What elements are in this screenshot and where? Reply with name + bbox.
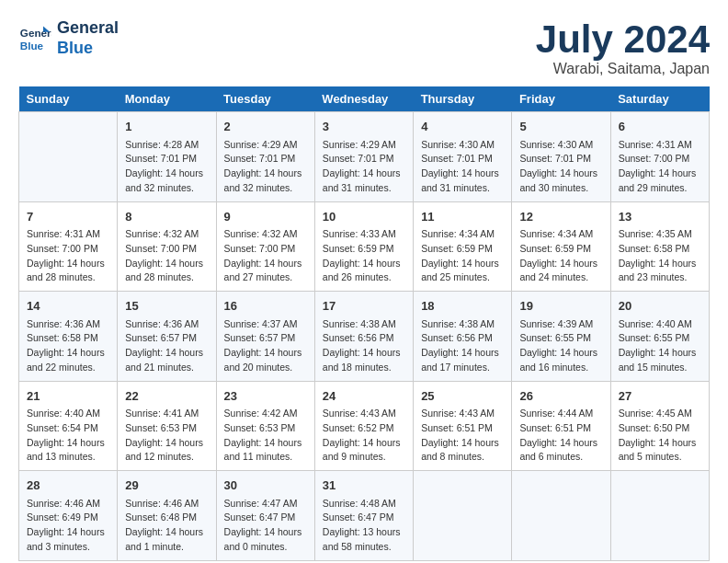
calendar-cell: 14Sunrise: 4:36 AM Sunset: 6:58 PM Dayli… [19, 292, 118, 382]
day-info: Sunrise: 4:28 AM Sunset: 7:01 PM Dayligh… [125, 138, 208, 196]
calendar-day-header: Friday [512, 86, 610, 112]
day-info: Sunrise: 4:38 AM Sunset: 6:56 PM Dayligh… [323, 317, 405, 375]
calendar-cell: 25Sunrise: 4:43 AM Sunset: 6:51 PM Dayli… [414, 381, 512, 471]
day-info: Sunrise: 4:43 AM Sunset: 6:51 PM Dayligh… [421, 407, 504, 465]
calendar-header-row: SundayMondayTuesdayWednesdayThursdayFrid… [19, 86, 710, 112]
calendar-cell: 29Sunrise: 4:46 AM Sunset: 6:48 PM Dayli… [118, 471, 216, 561]
calendar-cell: 7Sunrise: 4:31 AM Sunset: 7:00 PM Daylig… [19, 201, 118, 292]
calendar-cell: 28Sunrise: 4:46 AM Sunset: 6:49 PM Dayli… [19, 471, 118, 561]
day-number: 12 [519, 208, 602, 226]
calendar-cell: 21Sunrise: 4:40 AM Sunset: 6:54 PM Dayli… [19, 381, 118, 471]
calendar-week-row: 14Sunrise: 4:36 AM Sunset: 6:58 PM Dayli… [19, 292, 710, 382]
calendar-day-header: Wednesday [314, 86, 413, 112]
day-number: 11 [421, 208, 504, 226]
calendar-cell: 30Sunrise: 4:47 AM Sunset: 6:47 PM Dayli… [216, 471, 314, 561]
day-number: 26 [519, 387, 602, 406]
day-info: Sunrise: 4:34 AM Sunset: 6:59 PM Dayligh… [421, 227, 504, 285]
calendar-cell: 16Sunrise: 4:37 AM Sunset: 6:57 PM Dayli… [216, 292, 314, 382]
day-info: Sunrise: 4:32 AM Sunset: 7:00 PM Dayligh… [224, 227, 307, 285]
calendar-day-header: Tuesday [216, 86, 314, 112]
day-number: 29 [125, 477, 208, 495]
calendar-cell: 27Sunrise: 4:45 AM Sunset: 6:50 PM Dayli… [610, 381, 709, 471]
day-info: Sunrise: 4:44 AM Sunset: 6:51 PM Dayligh… [519, 407, 602, 465]
day-info: Sunrise: 4:30 AM Sunset: 7:01 PM Dayligh… [421, 138, 504, 196]
day-number: 5 [519, 118, 602, 136]
svg-text:General: General [20, 27, 51, 39]
day-number: 14 [27, 297, 109, 316]
day-info: Sunrise: 4:31 AM Sunset: 7:00 PM Dayligh… [27, 227, 109, 285]
day-number: 16 [224, 297, 307, 316]
day-number: 7 [27, 208, 109, 226]
page-header: General Blue General Blue July 2024 Wara… [18, 18, 710, 77]
day-info: Sunrise: 4:42 AM Sunset: 6:53 PM Dayligh… [224, 407, 307, 465]
day-number: 13 [619, 208, 701, 226]
main-title: July 2024 [536, 18, 710, 61]
day-number: 20 [619, 297, 701, 316]
title-block: July 2024 Warabi, Saitama, Japan [536, 18, 710, 77]
day-number: 19 [519, 297, 602, 316]
day-number: 3 [323, 118, 405, 136]
subtitle: Warabi, Saitama, Japan [536, 61, 710, 77]
calendar-cell: 1Sunrise: 4:28 AM Sunset: 7:01 PM Daylig… [118, 112, 216, 202]
day-info: Sunrise: 4:43 AM Sunset: 6:52 PM Dayligh… [323, 407, 405, 465]
calendar-cell: 31Sunrise: 4:48 AM Sunset: 6:47 PM Dayli… [314, 471, 413, 561]
calendar-cell: 22Sunrise: 4:41 AM Sunset: 6:53 PM Dayli… [118, 381, 216, 471]
day-info: Sunrise: 4:37 AM Sunset: 6:57 PM Dayligh… [224, 317, 307, 375]
day-info: Sunrise: 4:35 AM Sunset: 6:58 PM Dayligh… [619, 227, 701, 285]
day-number: 15 [125, 297, 208, 316]
day-info: Sunrise: 4:45 AM Sunset: 6:50 PM Dayligh… [619, 407, 701, 465]
day-info: Sunrise: 4:46 AM Sunset: 6:49 PM Dayligh… [27, 497, 109, 555]
calendar-table: SundayMondayTuesdayWednesdayThursdayFrid… [18, 86, 710, 561]
day-info: Sunrise: 4:36 AM Sunset: 6:57 PM Dayligh… [125, 317, 208, 375]
day-number: 18 [421, 297, 504, 316]
calendar-cell: 12Sunrise: 4:34 AM Sunset: 6:59 PM Dayli… [512, 201, 610, 292]
calendar-cell [512, 471, 610, 561]
calendar-cell [19, 112, 118, 202]
logo: General Blue General Blue [18, 18, 119, 58]
day-number: 31 [323, 477, 405, 495]
day-info: Sunrise: 4:40 AM Sunset: 6:54 PM Dayligh… [27, 407, 109, 465]
day-info: Sunrise: 4:47 AM Sunset: 6:47 PM Dayligh… [224, 497, 307, 555]
calendar-cell: 17Sunrise: 4:38 AM Sunset: 6:56 PM Dayli… [314, 292, 413, 382]
calendar-cell: 3Sunrise: 4:29 AM Sunset: 7:01 PM Daylig… [314, 112, 413, 202]
calendar-cell: 8Sunrise: 4:32 AM Sunset: 7:00 PM Daylig… [118, 201, 216, 292]
calendar-cell: 2Sunrise: 4:29 AM Sunset: 7:01 PM Daylig… [216, 112, 314, 202]
day-number: 23 [224, 387, 307, 406]
day-info: Sunrise: 4:30 AM Sunset: 7:01 PM Dayligh… [519, 138, 602, 196]
calendar-cell: 4Sunrise: 4:30 AM Sunset: 7:01 PM Daylig… [414, 112, 512, 202]
day-number: 4 [421, 118, 504, 136]
day-number: 8 [125, 208, 208, 226]
calendar-cell: 19Sunrise: 4:39 AM Sunset: 6:55 PM Dayli… [512, 292, 610, 382]
day-number: 30 [224, 477, 307, 495]
day-number: 22 [125, 387, 208, 406]
calendar-day-header: Monday [118, 86, 216, 112]
day-info: Sunrise: 4:38 AM Sunset: 6:56 PM Dayligh… [421, 317, 504, 375]
logo-text: General Blue [57, 18, 119, 58]
day-info: Sunrise: 4:34 AM Sunset: 6:59 PM Dayligh… [519, 227, 602, 285]
calendar-day-header: Sunday [19, 86, 118, 112]
calendar-week-row: 28Sunrise: 4:46 AM Sunset: 6:49 PM Dayli… [19, 471, 710, 561]
day-info: Sunrise: 4:36 AM Sunset: 6:58 PM Dayligh… [27, 317, 109, 375]
day-number: 9 [224, 208, 307, 226]
day-number: 1 [125, 118, 208, 136]
day-info: Sunrise: 4:41 AM Sunset: 6:53 PM Dayligh… [125, 407, 208, 465]
day-number: 21 [27, 387, 109, 406]
calendar-cell: 23Sunrise: 4:42 AM Sunset: 6:53 PM Dayli… [216, 381, 314, 471]
day-info: Sunrise: 4:48 AM Sunset: 6:47 PM Dayligh… [323, 497, 405, 555]
calendar-week-row: 21Sunrise: 4:40 AM Sunset: 6:54 PM Dayli… [19, 381, 710, 471]
day-info: Sunrise: 4:32 AM Sunset: 7:00 PM Dayligh… [125, 227, 208, 285]
calendar-cell [414, 471, 512, 561]
day-info: Sunrise: 4:39 AM Sunset: 6:55 PM Dayligh… [519, 317, 602, 375]
calendar-week-row: 1Sunrise: 4:28 AM Sunset: 7:01 PM Daylig… [19, 112, 710, 202]
svg-text:Blue: Blue [20, 39, 44, 51]
day-info: Sunrise: 4:40 AM Sunset: 6:55 PM Dayligh… [619, 317, 701, 375]
calendar-day-header: Saturday [610, 86, 709, 112]
calendar-cell: 13Sunrise: 4:35 AM Sunset: 6:58 PM Dayli… [610, 201, 709, 292]
calendar-week-row: 7Sunrise: 4:31 AM Sunset: 7:00 PM Daylig… [19, 201, 710, 292]
day-number: 28 [27, 477, 109, 495]
day-number: 10 [323, 208, 405, 226]
calendar-cell [610, 471, 709, 561]
day-info: Sunrise: 4:31 AM Sunset: 7:00 PM Dayligh… [619, 138, 701, 196]
calendar-day-header: Thursday [414, 86, 512, 112]
calendar-cell: 6Sunrise: 4:31 AM Sunset: 7:00 PM Daylig… [610, 112, 709, 202]
